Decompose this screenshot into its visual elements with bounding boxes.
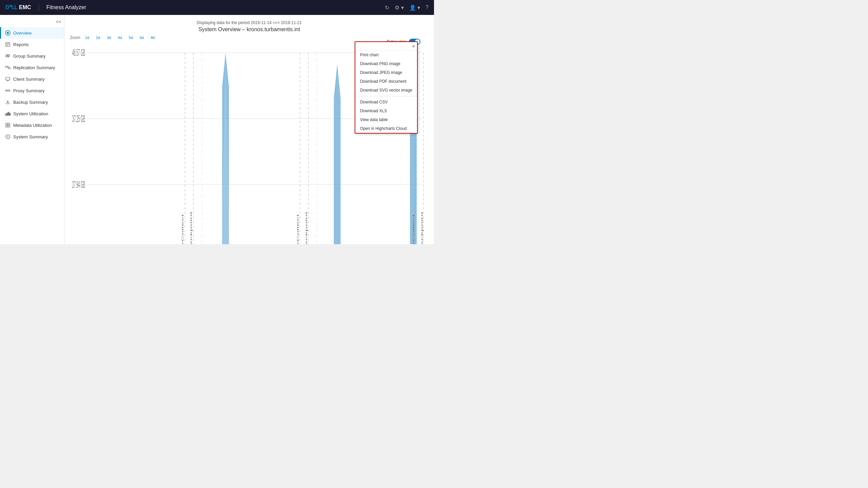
svg-rect-22 [6,125,7,127]
header-right: ↻ ⚙ ▾ 👤 ▾ ? [385,4,429,11]
sidebar: << Overview Reports Group Summary Replic… [0,15,64,244]
menu-download-xls[interactable]: Download XLS [355,106,417,115]
sidebar-item-system-summary[interactable]: System Summary [0,131,64,142]
menu-open-highcharts[interactable]: Open in Highcharts Cloud [355,124,417,133]
system-summary-icon [5,134,11,139]
zoom-controls: Zoom 1d 2d 3d 4d 5d 6d All [70,35,429,40]
zoom-6d[interactable]: 6d [138,35,146,40]
svg-rect-21 [8,123,10,125]
menu-download-pdf[interactable]: Download PDF document [355,77,417,86]
svg-text:Checkpoint: Checkpoint [190,211,193,244]
svg-text:27.94 GB: 27.94 GB [72,179,85,190]
sidebar-item-backup-summary[interactable]: Backup Summary [0,96,64,108]
app-title: Fitness Analyzer [46,4,86,11]
svg-rect-8 [5,66,7,67]
svg-rect-16 [5,114,6,116]
svg-rect-17 [7,113,8,116]
chart-title: System Overview – kronos.turbamentis.int [70,26,429,33]
sidebar-item-replication-summary[interactable]: Replication Summary [0,62,64,73]
sidebar-item-metadata-utilization[interactable]: Metadata Utilization [0,119,64,131]
zoom-5d[interactable]: 5d [127,35,135,40]
menu-print-chart[interactable]: Print chart [355,51,417,59]
sidebar-item-overview[interactable]: Overview [0,27,64,39]
menu-download-svg[interactable]: Download SVG vector image [355,86,417,95]
menu-divider [355,96,417,96]
svg-point-1 [7,32,9,34]
logo-dell: D⊕LL [5,4,17,11]
hamburger-icon[interactable]: ≡ [412,43,415,49]
svg-text:GarbageCollect: GarbageCollect [412,214,415,244]
sidebar-item-system-utilization[interactable]: System Utilization [0,108,64,119]
settings-icon[interactable]: ⚙ ▾ [395,4,403,11]
svg-rect-18 [8,112,9,116]
zoom-label: Zoom [70,35,80,40]
svg-rect-9 [8,67,10,69]
chart-header: Displaying data for the period 2019-11-1… [70,20,429,33]
zoom-3d[interactable]: 3d [105,35,113,40]
backup-icon [5,99,11,105]
sidebar-item-proxy-summary[interactable]: Proxy Summary [0,85,64,96]
refresh-icon[interactable]: ↻ [385,4,389,11]
svg-rect-23 [8,125,10,127]
svg-rect-10 [6,77,10,80]
zoom-all[interactable]: All [149,35,157,40]
collapse-button[interactable]: << [56,19,61,24]
header-left: D⊕LL EMC Fitness Analyzer [5,4,86,11]
logo-emc: EMC [19,4,31,11]
dell-emc-logo: D⊕LL EMC [5,4,31,11]
svg-text:46.57 GB: 46.57 GB [72,47,85,58]
svg-rect-20 [6,123,7,125]
main-layout: << Overview Reports Group Summary Replic… [0,15,434,244]
replication-icon [5,65,11,70]
svg-text:GarbageCollect: GarbageCollect [181,214,184,244]
svg-point-26 [7,137,8,138]
proxy-icon [5,88,11,93]
system-util-icon [5,111,11,116]
zoom-2d[interactable]: 2d [94,35,102,40]
svg-text:GarbageCollect: GarbageCollect [296,214,299,244]
svg-point-14 [8,90,10,92]
svg-point-7 [8,55,10,56]
svg-point-6 [6,55,8,56]
menu-view-data-table[interactable]: View data table [355,115,417,124]
metadata-icon [5,122,11,128]
logo-divider [39,4,39,11]
context-menu: ≡ Print chart Download PNG image Downloa… [355,41,418,134]
user-icon[interactable]: 👤 ▾ [409,4,420,11]
menu-download-png[interactable]: Download PNG image [355,59,417,68]
overview-icon [5,30,11,36]
sidebar-item-client-summary[interactable]: Client Summary [0,73,64,85]
zoom-4d[interactable]: 4d [116,35,124,40]
help-icon[interactable]: ? [426,4,429,11]
group-icon [5,53,11,59]
menu-download-csv[interactable]: Download CSV [355,98,417,106]
svg-point-13 [6,90,7,92]
sidebar-collapse: << [0,18,64,27]
chart-area: 46.57 GB 37.25 GB 27.94 GB 18.63 GB 9.31… [70,41,429,244]
menu-download-jpeg[interactable]: Download JPEG image [355,68,417,77]
sidebar-item-group-summary[interactable]: Group Summary [0,50,64,62]
svg-marker-42 [331,64,344,244]
svg-rect-19 [9,113,11,116]
sidebar-item-reports[interactable]: Reports [0,39,64,50]
client-icon [5,76,11,82]
main-content: Displaying data for the period 2019-11-1… [64,15,434,244]
svg-text:Checkpoint: Checkpoint [420,211,423,244]
svg-text:37.25 GB: 37.25 GB [72,113,85,124]
reports-icon [5,42,11,47]
chart-period: Displaying data for the period 2019-11-1… [70,20,429,25]
svg-text:Checkpoint: Checkpoint [304,211,308,244]
app-header: D⊕LL EMC Fitness Analyzer ↻ ⚙ ▾ 👤 ▾ ? [0,0,434,15]
zoom-1d[interactable]: 1d [83,35,91,40]
menu-header: ≡ [355,42,417,51]
